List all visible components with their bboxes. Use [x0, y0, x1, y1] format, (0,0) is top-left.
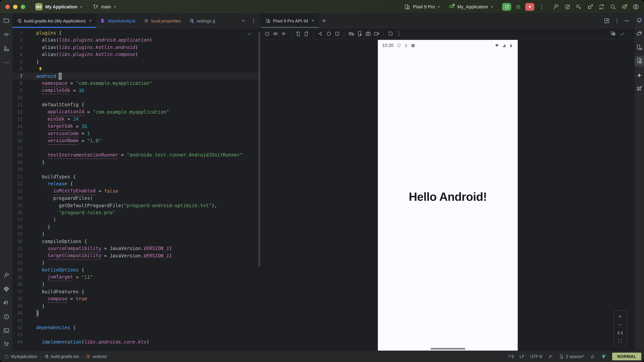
rotate-left-icon[interactable]	[295, 30, 301, 37]
code-line-26[interactable]: 26 "proguard-rules.pro"	[12, 209, 261, 216]
debug-button[interactable]	[515, 3, 522, 10]
screen-record-icon[interactable]	[373, 30, 380, 37]
running-devices-selected[interactable]	[634, 56, 644, 67]
vim-icon[interactable]	[601, 354, 606, 359]
editor-scrollbar[interactable]	[258, 32, 260, 267]
code-line-44[interactable]: 44 implementation(libs.androidx.core.ktx…	[12, 339, 261, 346]
ai-assistant-off-icon[interactable]	[548, 354, 553, 359]
code-line-40[interactable]: 40}	[12, 310, 261, 317]
git-branch-icon[interactable]	[3, 341, 10, 348]
build-hammer-icon[interactable]	[3, 272, 10, 279]
tab-local-properties[interactable]: local.properties	[139, 14, 185, 28]
code-line-4[interactable]: 4 alias(libs.plugins.kotlin.compose)	[12, 51, 261, 58]
window-minimize-button[interactable]	[13, 4, 18, 9]
device-settings-icon[interactable]	[356, 30, 363, 37]
problems-icon[interactable]	[3, 313, 10, 320]
resource-manager-icon[interactable]	[3, 45, 10, 52]
ai-sparkle-icon[interactable]	[636, 72, 643, 79]
screenshot-icon[interactable]	[365, 30, 371, 37]
run-configuration-selector[interactable]: My_Application ▾	[448, 3, 493, 10]
code-line-13[interactable]: 13 minSdk = 24	[12, 116, 261, 123]
zoom-out-button[interactable]	[618, 322, 623, 328]
power-icon[interactable]	[264, 30, 270, 37]
code-line-3[interactable]: 3 alias(libs.plugins.kotlin.android)	[12, 44, 261, 51]
stop-button[interactable]	[525, 3, 534, 10]
code-line-30[interactable]: 30 compileOptions {	[12, 238, 261, 245]
code-line-39[interactable]: 39 }	[12, 303, 261, 310]
account-icon[interactable]	[632, 3, 639, 10]
build-hammer-icon[interactable]	[552, 3, 560, 10]
notifications-bell-icon[interactable]	[636, 17, 643, 24]
tab-running-device[interactable]: Pixel 9 Pro API 34 ✕	[261, 14, 319, 28]
code-line-8[interactable]: 8 namespace = "com.example.myapplication…	[12, 80, 261, 87]
more-vertical-icon[interactable]	[614, 17, 620, 24]
close-icon[interactable]: ✕	[89, 18, 92, 23]
breadcrumb-project[interactable]: MyApplication	[11, 354, 37, 359]
more-vertical-icon[interactable]	[250, 17, 257, 24]
more-horizontal-icon[interactable]	[3, 59, 10, 66]
code-line-33[interactable]: 33 }	[12, 259, 261, 267]
code-line-24[interactable]: 24 proguardFiles(	[12, 195, 261, 202]
code-line-23[interactable]: 23 isMinifyEnabled = false	[12, 188, 261, 195]
zoom-actual-size-button[interactable]: 1:1	[617, 331, 623, 335]
open-in-window-icon[interactable]	[604, 17, 610, 24]
code-line-9[interactable]: 9 compileSdk = 36	[12, 87, 261, 94]
line-ending[interactable]: LF	[520, 354, 524, 359]
attach-debugger-icon[interactable]	[587, 3, 594, 10]
home-icon[interactable]	[326, 30, 332, 37]
inspections-ok-icon[interactable]	[247, 31, 252, 36]
zoom-in-button[interactable]	[618, 314, 623, 319]
navigation-pill[interactable]	[430, 348, 465, 350]
zoom-to-fit-button[interactable]	[618, 338, 623, 344]
back-icon[interactable]	[317, 30, 324, 37]
code-line-1[interactable]: 1plugins {	[12, 29, 261, 37]
code-line-34[interactable]: 34 kotlinOptions {	[12, 267, 261, 274]
code-line-25[interactable]: 25 getDefaultProguardFile("proguard-andr…	[12, 202, 261, 209]
code-line-17[interactable]: 17	[12, 144, 261, 152]
more-vertical-icon[interactable]	[396, 30, 402, 37]
tab-build-gradle[interactable]: build.gradle.kts (My Application) ✕	[12, 14, 96, 28]
rotate-right-icon[interactable]	[303, 30, 310, 37]
commit-icon[interactable]	[3, 31, 10, 38]
overview-icon[interactable]	[334, 30, 340, 37]
logcat-cat-icon[interactable]	[3, 300, 10, 306]
code-line-37[interactable]: 37 buildFeatures {	[12, 288, 261, 296]
unlocked-icon[interactable]	[590, 354, 595, 359]
close-icon[interactable]: ✕	[311, 18, 314, 23]
inspections-ok-icon[interactable]	[619, 30, 626, 37]
code-line-28[interactable]: 28 }	[12, 224, 261, 231]
tab-mainactivity[interactable]: MainActivity.kt	[96, 14, 139, 28]
code-line-32[interactable]: 32 targetCompatibility = JavaVersion.VER…	[12, 252, 261, 259]
code-line-15[interactable]: 15 versionCode = 1	[12, 130, 261, 137]
apply-changes-icon[interactable]: A	[564, 3, 571, 10]
apply-code-changes-icon[interactable]	[575, 3, 582, 10]
add-device-tab-button[interactable]	[319, 14, 330, 28]
caret-position[interactable]: 7:9	[508, 354, 514, 359]
app-insights-gem-icon[interactable]	[3, 286, 10, 293]
terminal-icon[interactable]	[3, 327, 10, 334]
gradle-elephant-icon[interactable]	[636, 30, 643, 37]
code-line-6[interactable]: 6	[12, 65, 261, 72]
hide-icon[interactable]	[624, 17, 630, 24]
code-line-31[interactable]: 31 sourceCompatibility = JavaVersion.VER…	[12, 245, 261, 252]
rerun-button[interactable]	[502, 3, 511, 10]
plane-icon[interactable]	[636, 85, 643, 92]
volume-up-icon[interactable]	[272, 30, 279, 37]
settings-icon[interactable]	[621, 3, 628, 10]
code-line-35[interactable]: 35 jvmTarget = "11"	[12, 274, 261, 281]
virtual-keyboard-icon[interactable]	[348, 30, 354, 37]
code-line-16[interactable]: 16 versionName = "1.0"	[12, 137, 261, 144]
chevron-down-icon[interactable]	[240, 17, 247, 24]
code-line-5[interactable]: 5}	[12, 58, 261, 65]
breadcrumb[interactable]: MyApplication › build.gradle.kts › andro…	[4, 354, 107, 359]
device-selector[interactable]: Pixel 9 Pro ▾	[404, 3, 440, 10]
code-line-14[interactable]: 14 targetSdk = 36	[12, 123, 261, 130]
code-line-43[interactable]: 43	[12, 331, 261, 339]
code-editor[interactable]: 1plugins {2 alias(libs.plugins.android.a…	[12, 28, 261, 351]
more-actions-button[interactable]	[538, 3, 545, 10]
indent-setting[interactable]: 2 spaces*	[559, 354, 584, 359]
search-icon[interactable]	[610, 3, 616, 10]
code-line-10[interactable]: 10	[12, 94, 261, 101]
code-line-12[interactable]: 12 applicationId = "com.example.myapplic…	[12, 109, 261, 116]
code-line-36[interactable]: 36 }	[12, 281, 261, 288]
